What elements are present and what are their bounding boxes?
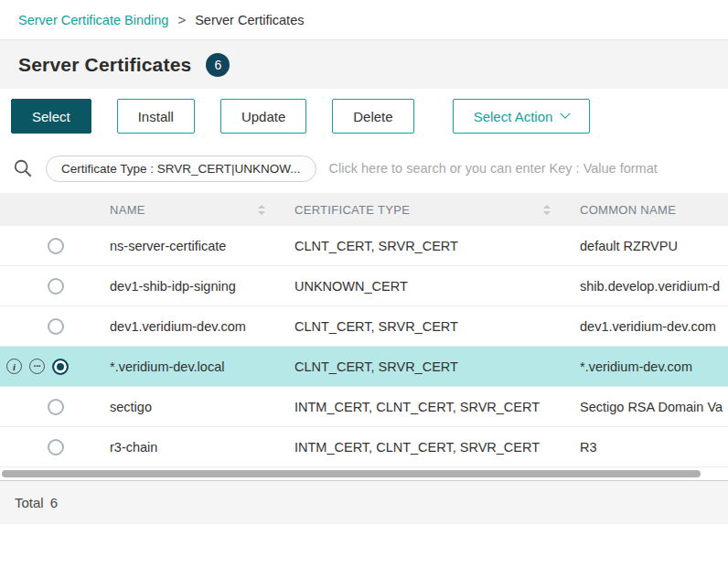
cell-name: r3-chain: [88, 440, 273, 455]
cell-name: *.veridium-dev.local: [88, 359, 273, 374]
total-value: 6: [50, 495, 58, 510]
search-icon: [13, 158, 33, 178]
breadcrumb-link[interactable]: Server Certificate Binding: [18, 13, 168, 27]
update-button[interactable]: Update: [220, 99, 306, 134]
breadcrumb: Server Certificate Binding > Server Cert…: [0, 0, 728, 40]
sort-icon[interactable]: [258, 205, 265, 215]
cell-name: ns-server-certificate: [88, 239, 273, 253]
cell-certificate-type: CLNT_CERT, SRVR_CERT: [273, 359, 558, 374]
header-select-column: [0, 193, 88, 226]
table-footer: Total 6: [0, 480, 728, 524]
header-name[interactable]: NAME: [88, 193, 273, 226]
radio-button[interactable]: [48, 318, 64, 335]
cell-common-name: Sectigo RSA Domain Va: [558, 400, 728, 414]
table-row[interactable]: sectigo INTM_CERT, CLNT_CERT, SRVR_CERT …: [0, 387, 728, 427]
install-button[interactable]: Install: [117, 99, 195, 134]
radio-button[interactable]: [48, 439, 64, 455]
table-row[interactable]: dev1.veridium-dev.com CLNT_CERT, SRVR_CE…: [0, 306, 728, 347]
more-options-icon[interactable]: ···: [29, 359, 45, 374]
cell-certificate-type: UNKNOWN_CERT: [273, 279, 558, 294]
cell-name: dev1.veridium-dev.com: [88, 319, 273, 334]
table-row[interactable]: dev1-shib-idp-signing UNKNOWN_CERT shib.…: [0, 266, 728, 306]
table-row[interactable]: i ··· *.veridium-dev.local CLNT_CERT, SR…: [0, 347, 728, 387]
cell-name: sectigo: [88, 400, 273, 414]
cell-certificate-type: INTM_CERT, CLNT_CERT, SRVR_CERT: [273, 440, 558, 455]
cell-common-name: default RZRVPU: [558, 239, 728, 253]
cell-common-name: dev1.veridium-dev.com: [558, 319, 728, 334]
breadcrumb-current: Server Certificates: [195, 13, 304, 27]
search-input[interactable]: [329, 161, 715, 176]
cell-certificate-type: CLNT_CERT, SRVR_CERT: [273, 319, 558, 334]
cell-common-name: *.veridium-dev.com: [558, 359, 728, 374]
filter-chip[interactable]: Certificate Type : SRVR_CERT|UNKNOW...: [46, 155, 316, 182]
certificates-table: NAME CERTIFICATE TYPE COMMON NAME ns-ser…: [0, 193, 728, 467]
radio-button[interactable]: [48, 278, 64, 295]
scrollbar-thumb[interactable]: [2, 470, 701, 477]
select-action-label: Select Action: [474, 109, 553, 124]
cell-common-name: R3: [558, 440, 728, 455]
delete-button[interactable]: Delete: [332, 99, 413, 134]
radio-button[interactable]: [48, 399, 64, 415]
table-row[interactable]: ns-server-certificate CLNT_CERT, SRVR_CE…: [0, 226, 728, 266]
chevron-down-icon: [561, 109, 571, 119]
sort-icon[interactable]: [543, 205, 551, 215]
table-row[interactable]: r3-chain INTM_CERT, CLNT_CERT, SRVR_CERT…: [0, 427, 728, 467]
header-certificate-type[interactable]: CERTIFICATE TYPE: [273, 193, 558, 226]
horizontal-scrollbar[interactable]: [0, 467, 728, 480]
cell-certificate-type: CLNT_CERT, SRVR_CERT: [273, 239, 558, 253]
select-button[interactable]: Select: [11, 99, 91, 134]
title-bar: Server Certificates 6: [0, 40, 728, 89]
select-action-dropdown[interactable]: Select Action: [453, 99, 591, 134]
toolbar: Select Install Update Delete Select Acti…: [0, 89, 728, 144]
info-icon[interactable]: i: [6, 359, 22, 374]
radio-button[interactable]: [52, 359, 69, 375]
cell-certificate-type: INTM_CERT, CLNT_CERT, SRVR_CERT: [273, 400, 558, 414]
breadcrumb-separator-icon: >: [177, 12, 186, 27]
search-bar: Certificate Type : SRVR_CERT|UNKNOW...: [0, 144, 728, 193]
header-common-name[interactable]: COMMON NAME: [558, 193, 728, 226]
count-badge: 6: [206, 53, 230, 77]
radio-button[interactable]: [48, 238, 64, 254]
cell-common-name: shib.develop.veridium-d: [558, 279, 728, 294]
table-header: NAME CERTIFICATE TYPE COMMON NAME: [0, 193, 728, 226]
page-title: Server Certificates: [18, 54, 191, 76]
cell-name: dev1-shib-idp-signing: [88, 279, 273, 294]
total-label: Total: [15, 495, 44, 510]
